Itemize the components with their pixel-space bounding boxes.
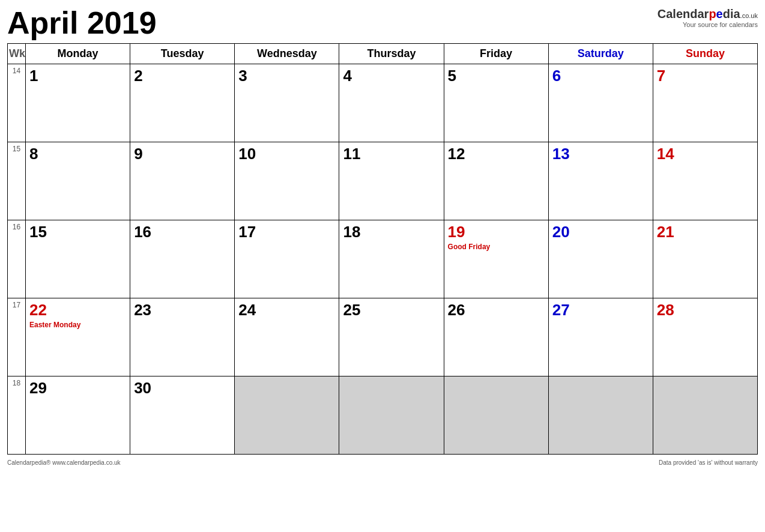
calendar-day: 1 [26, 64, 130, 142]
day-number: 22 [29, 301, 126, 319]
day-number: 29 [29, 379, 126, 397]
week-number: 16 [8, 220, 26, 298]
wednesday-header: Wednesday [235, 44, 339, 64]
calendar-day: 26 [444, 298, 548, 376]
sunday-header: Sunday [653, 44, 757, 64]
day-number: 7 [657, 67, 754, 85]
day-number: 26 [448, 301, 545, 319]
day-number: 11 [343, 145, 440, 163]
day-number: 12 [448, 145, 545, 163]
calendar-day: 9 [130, 142, 235, 220]
calendar-day [548, 376, 653, 455]
calendar-day: 28 [653, 298, 757, 376]
calendar-day: 20 [548, 220, 653, 298]
calendar-day [653, 376, 757, 455]
day-number: 2 [134, 67, 231, 85]
day-number: 8 [29, 145, 126, 163]
day-number: 1 [29, 67, 126, 85]
day-number: 21 [657, 223, 754, 241]
day-number: 15 [29, 223, 126, 241]
page-header: April 2019 Calendarpedia.co.uk Your sour… [0, 0, 765, 43]
day-number: 16 [134, 223, 231, 241]
calendar-day: 22Easter Monday [26, 298, 130, 376]
month-title: April 2019 [7, 5, 157, 41]
footer-left: Calendarpedia® www.calendarpedia.co.uk [7, 459, 121, 466]
calendar-day: 18 [339, 220, 444, 298]
day-number: 17 [238, 223, 335, 241]
day-number: 20 [552, 223, 649, 241]
logo-tagline: Your source for calendars [658, 21, 758, 28]
day-number: 23 [134, 301, 231, 319]
day-number: 24 [238, 301, 335, 319]
monday-header: Monday [26, 44, 130, 64]
week-number: 14 [8, 64, 26, 142]
calendar-day [235, 376, 339, 455]
week-number: 15 [8, 142, 26, 220]
calendar-day: 19Good Friday [444, 220, 548, 298]
calendar-day: 10 [235, 142, 339, 220]
holiday-label: Easter Monday [29, 321, 126, 329]
day-number: 19 [448, 223, 545, 241]
day-number: 4 [343, 67, 440, 85]
saturday-header: Saturday [548, 44, 653, 64]
calendar-day: 25 [339, 298, 444, 376]
week-number: 18 [8, 376, 26, 455]
day-number: 14 [657, 145, 754, 163]
calendar-day: 16 [130, 220, 235, 298]
calendar-day: 29 [26, 376, 130, 455]
calendar-day: 3 [235, 64, 339, 142]
calendar-wrapper: Wk Monday Tuesday Wednesday Thursday Fri… [0, 43, 765, 455]
calendar-day: 14 [653, 142, 757, 220]
logo-area: Calendarpedia.co.uk Your source for cale… [658, 5, 758, 28]
day-number: 6 [552, 67, 649, 85]
calendar-day: 5 [444, 64, 548, 142]
calendar-day: 2 [130, 64, 235, 142]
calendar-day: 6 [548, 64, 653, 142]
page-footer: Calendarpedia® www.calendarpedia.co.uk D… [0, 457, 765, 468]
calendar-day: 15 [26, 220, 130, 298]
thursday-header: Thursday [339, 44, 444, 64]
day-number: 30 [134, 379, 231, 397]
day-number: 13 [552, 145, 649, 163]
week-number: 17 [8, 298, 26, 376]
day-number: 25 [343, 301, 440, 319]
calendar-day: 7 [653, 64, 757, 142]
calendar-day: 13 [548, 142, 653, 220]
holiday-label: Good Friday [448, 243, 545, 251]
tuesday-header: Tuesday [130, 44, 235, 64]
calendar-day: 21 [653, 220, 757, 298]
footer-right: Data provided 'as is' without warranty [659, 459, 758, 466]
day-number: 27 [552, 301, 649, 319]
day-number: 5 [448, 67, 545, 85]
calendar-day: 4 [339, 64, 444, 142]
calendar-day: 12 [444, 142, 548, 220]
day-number: 3 [238, 67, 335, 85]
calendar-day: 11 [339, 142, 444, 220]
logo: Calendarpedia.co.uk [658, 7, 758, 21]
calendar-day: 30 [130, 376, 235, 455]
calendar-day: 23 [130, 298, 235, 376]
calendar-day [444, 376, 548, 455]
day-number: 9 [134, 145, 231, 163]
calendar-day: 24 [235, 298, 339, 376]
calendar-day: 8 [26, 142, 130, 220]
day-number: 10 [238, 145, 335, 163]
day-number: 28 [657, 301, 754, 319]
calendar-day [339, 376, 444, 455]
wk-column-header: Wk [8, 44, 26, 64]
calendar-day: 17 [235, 220, 339, 298]
day-number: 18 [343, 223, 440, 241]
friday-header: Friday [444, 44, 548, 64]
calendar-day: 27 [548, 298, 653, 376]
calendar-table: Wk Monday Tuesday Wednesday Thursday Fri… [7, 43, 758, 455]
